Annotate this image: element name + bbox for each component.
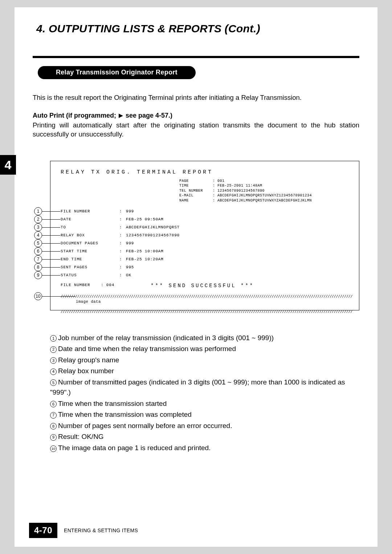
row-to: TO:ABCDEFGHIJKLMNOPQRST <box>61 223 352 231</box>
leader-line <box>42 227 60 228</box>
auto-print-body: Printing will automatically start after … <box>33 121 359 139</box>
legend-text: The image data on page 1 is reduced and … <box>58 444 211 452</box>
row-label: END TIME <box>61 255 119 263</box>
callout-5: 5 <box>34 239 42 247</box>
row-sep: : <box>119 263 126 271</box>
leader-line <box>42 211 60 212</box>
hdr-time-label: TIME <box>179 183 213 188</box>
row-label: RELAY BOX <box>61 231 119 239</box>
legend: 1Job number of the relay transmission (i… <box>50 333 359 453</box>
row-sep: : <box>119 215 126 223</box>
auto-print-suffix: see page 4-57.) <box>124 112 172 119</box>
row-sep: : <box>119 271 126 279</box>
status-file-number: FILE NUMBER : 004 <box>61 283 127 289</box>
callout-6: 6 <box>34 247 42 255</box>
auto-print-prefix: Auto Print (if programmed; <box>33 112 118 119</box>
legend-num-8: 8 <box>50 423 57 429</box>
auto-print-heading: Auto Print (if programmed; see page 4-57… <box>33 112 359 119</box>
hdr-email-value: ABCDEFGHIJKLMNOPQRSTUVWXYZ12345678901234 <box>217 193 312 198</box>
legend-text: Time when the transmission started <box>58 400 167 407</box>
row-value: ABCDEFGHIJKLMNOPQRST <box>126 223 180 231</box>
hdr-page-label: PAGE <box>179 179 213 184</box>
row-sent-pages: SENT PAGES:995 <box>61 263 352 271</box>
row-value: FEB-25 10:20AM <box>126 255 164 263</box>
report-wrapper: RELAY TX ORIG. TERMINAL REPORT PAGE: 001… <box>33 161 359 310</box>
legend-num-5: 5 <box>50 379 57 386</box>
chapter-tab: 4 <box>0 155 16 175</box>
leader-line <box>42 235 60 236</box>
hdr-name-value: ABCDEFGHIJKLMNOPQRSTUVWXYZABCDEFGHIJKLMN <box>217 198 312 203</box>
row-value: 999 <box>126 207 134 215</box>
report-header-block: PAGE: 001 TIME: FEB-25-2001 11:48AM TEL … <box>179 179 312 203</box>
legend-text: Number of transmitted pages (indicated i… <box>50 378 345 396</box>
row-value: OK <box>126 271 131 279</box>
leader-line <box>42 251 60 252</box>
send-successful: *** SEND SUCCESSFUL *** <box>151 283 254 289</box>
leader-line <box>42 259 60 260</box>
legend-num-3: 3 <box>50 357 57 364</box>
legend-num-6: 6 <box>50 401 57 407</box>
callout-10: 10 <box>34 292 42 300</box>
legend-num-2: 2 <box>50 346 57 353</box>
row-status: STATUS:OK <box>61 271 352 279</box>
row-value: 995 <box>126 263 134 271</box>
intro-text: This is the result report the Originatin… <box>33 93 359 102</box>
legend-text: Relay box number <box>58 367 114 375</box>
report-title: RELAY TX ORIG. TERMINAL REPORT <box>61 169 352 175</box>
legend-num-4: 4 <box>50 368 57 375</box>
callout-7: 7 <box>34 255 42 263</box>
status-line: FILE NUMBER : 004 *** SEND SUCCESSFUL **… <box>61 283 352 289</box>
hdr-sep: : <box>213 183 217 188</box>
row-label: SENT PAGES <box>61 263 119 271</box>
legend-text: Time when the transmission was completed <box>58 411 192 418</box>
hdr-sep: : <box>213 198 217 203</box>
row-end-time: END TIME:FEB-25 10:20AM <box>61 255 352 263</box>
row-value: 999 <box>126 239 134 247</box>
chapter-heading: 4. OUTPUTTING LISTS & REPORTS (Cont.) <box>36 23 359 35</box>
row-label: DATE <box>61 215 119 223</box>
callout-2: 2 <box>34 215 42 223</box>
leader-line <box>42 267 60 268</box>
legend-text: Number of pages sent normally before an … <box>58 422 232 429</box>
row-sep: : <box>119 247 126 255</box>
hdr-tel-label: TEL NUMBER <box>179 188 213 194</box>
legend-num-1: 1 <box>50 335 57 342</box>
row-file-number: FILE NUMBER:999 <box>61 207 352 215</box>
leader-line <box>42 243 60 244</box>
row-label: TO <box>61 223 119 231</box>
hash-line: ////////////////////////////////////////… <box>61 294 352 299</box>
callout-4: 4 <box>34 231 42 239</box>
page: 4. OUTPUTTING LISTS & REPORTS (Cont.) Re… <box>15 7 377 547</box>
page-number: 4-70 <box>29 523 57 538</box>
section-title: Relay Transmission Originator Report <box>38 66 196 79</box>
legend-text: Result: OK/NG <box>58 433 104 440</box>
row-label: DOCUMENT PAGES <box>61 239 119 247</box>
hash-line: ////////////////////////////////////////… <box>61 310 352 314</box>
leader-line <box>42 275 60 276</box>
legend-text: Relay group's name <box>58 356 119 364</box>
leader-line <box>42 219 60 220</box>
callout-1: 1 <box>34 207 42 215</box>
hdr-sep: : <box>213 188 217 194</box>
hdr-tel-value: 12345678901234567890 <box>217 188 265 194</box>
row-start-time: START TIME:FEB-25 10:00AM <box>61 247 352 255</box>
row-label: FILE NUMBER <box>61 207 119 215</box>
hdr-sep: : <box>213 179 217 184</box>
footer: 4-70 ENTERING & SETTING ITEMS <box>29 523 138 538</box>
status-fn-label: FILE NUMBER <box>61 283 90 287</box>
divider <box>33 56 359 58</box>
leader-line <box>42 296 75 297</box>
arrow-right-icon <box>119 114 123 118</box>
callout-8: 8 <box>34 263 42 271</box>
callout-3: 3 <box>34 223 42 231</box>
row-sep: : <box>119 207 126 215</box>
legend-num-7: 7 <box>50 412 57 419</box>
row-date: DATE:FEB-25 09:50AM <box>61 215 352 223</box>
row-label: STATUS <box>61 271 119 279</box>
row-value: FEB-25 09:50AM <box>126 215 164 223</box>
legend-num-9: 9 <box>50 434 57 441</box>
row-relay-box: RELAY BOX:12345678901234567890 <box>61 231 352 239</box>
row-sep: : <box>119 231 126 239</box>
hdr-email-label: E-MAIL <box>179 193 213 198</box>
row-label: START TIME <box>61 247 119 255</box>
